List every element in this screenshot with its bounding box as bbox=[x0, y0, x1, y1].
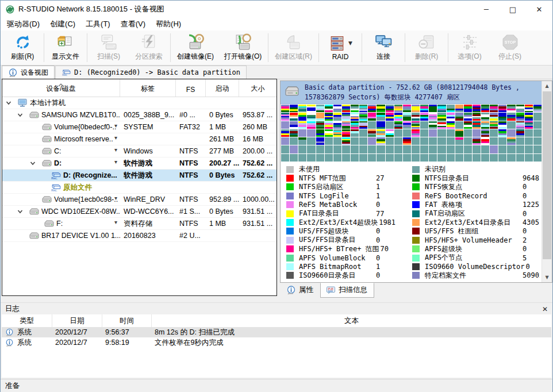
disk-icon bbox=[29, 207, 40, 216]
table-row[interactable]: C:▾WindowsNTFS277 MB200.00 ... bbox=[2, 145, 276, 157]
toolbar-button-stop[interactable]: STOP停止(S) bbox=[490, 30, 530, 65]
scan-block bbox=[481, 113, 489, 120]
log-column-header[interactable]: 文本 bbox=[152, 314, 551, 327]
menu-item[interactable]: 帮助(H) bbox=[151, 18, 186, 30]
legend-item: ISO9660目录条目0 bbox=[286, 271, 410, 280]
toolbar-button-create-region[interactable]: 创建区域(R) bbox=[270, 30, 317, 65]
scan-block bbox=[394, 154, 402, 162]
toolbar-button-raid[interactable]: ▼RAID bbox=[320, 30, 360, 65]
scan-block bbox=[298, 121, 306, 129]
log-row[interactable]: 系统2020/12/79:56:378m 12s 的 D: 扫描已完成 bbox=[2, 327, 551, 337]
toolbar-button-refresh[interactable]: 刷新(R) bbox=[2, 30, 43, 65]
toolbar-button-options[interactable]: 选项(O) bbox=[450, 30, 490, 65]
scan-block bbox=[377, 129, 385, 137]
dropdown-icon[interactable]: ▾ bbox=[114, 219, 117, 225]
legend-swatch bbox=[412, 210, 420, 217]
expander-icon[interactable] bbox=[17, 112, 24, 118]
scan-block bbox=[377, 105, 385, 112]
table-row[interactable]: Volume{1ecb0c98-..▾WinRE_DRVNTFS952.89 .… bbox=[2, 194, 276, 206]
menu-item[interactable]: 查看(V) bbox=[116, 18, 151, 30]
start-cell: 0 Bytes bbox=[206, 206, 239, 217]
scroll-down-icon[interactable]: ▼ bbox=[542, 272, 552, 282]
toolbar-button-partition-search[interactable]: 分区搜索 bbox=[129, 30, 169, 65]
scan-block bbox=[351, 145, 359, 153]
table-row[interactable]: Rec.D: (Recognize...软件游戏NTFS0 Bytes752.6… bbox=[2, 170, 276, 182]
scan-block bbox=[281, 154, 289, 162]
table-row[interactable]: WDC WD10EZEX-08W...WD-WCC6Y6...#1 S...0 … bbox=[2, 206, 276, 218]
scan-block bbox=[281, 145, 289, 153]
dropdown-arrow-icon[interactable]: ▼ bbox=[348, 40, 352, 46]
scrollbar-thumb[interactable] bbox=[543, 91, 551, 259]
toolbar-button-scan[interactable]: 扫描(S) bbox=[89, 30, 129, 65]
expander-icon[interactable] bbox=[17, 208, 24, 215]
scan-block bbox=[298, 137, 306, 145]
expander-icon[interactable] bbox=[5, 99, 12, 106]
log-title-bar: 日志 ✕ bbox=[1, 302, 552, 315]
column-header[interactable]: 设备/磁盘 bbox=[2, 79, 120, 97]
maximize-icon[interactable]: □ bbox=[500, 1, 526, 18]
panel-tab-label: 属性 bbox=[299, 285, 313, 295]
dropdown-icon[interactable]: ▾ bbox=[114, 134, 117, 141]
label-cell: 资料存储 bbox=[120, 218, 176, 229]
column-header[interactable]: FS bbox=[176, 79, 206, 97]
toolbar-button-show-files[interactable]: 显示文件 bbox=[45, 30, 86, 65]
table-row[interactable]: D:▾软件游戏NTFS200.27 ...752.62 ... bbox=[2, 157, 276, 170]
scan-block bbox=[490, 154, 498, 162]
legend-item: APFS个节点5 bbox=[412, 253, 540, 262]
device-cell: Rec.原始文件 bbox=[2, 182, 120, 193]
scrollbar[interactable]: ▲ ▼ bbox=[542, 81, 552, 282]
scan-block bbox=[290, 129, 298, 137]
toolbar-button-create-image[interactable]: 创建镜像(E) bbox=[172, 30, 219, 65]
menu-item[interactable]: 创建(C) bbox=[45, 18, 80, 30]
size-cell: 953.87 ... bbox=[239, 109, 276, 121]
table-row[interactable]: 本地计算机 bbox=[2, 97, 276, 109]
log-column-header[interactable]: 日期 bbox=[52, 314, 102, 327]
panel-tab-properties[interactable]: 属性 bbox=[281, 283, 320, 298]
scan-block bbox=[464, 145, 472, 153]
scan-block bbox=[342, 113, 350, 120]
table-row[interactable]: Rec.原始文件 bbox=[2, 182, 276, 194]
scan-block bbox=[516, 121, 524, 129]
scan-block bbox=[368, 137, 376, 145]
table-row[interactable]: F:▾资料存储NTFS1 MB931.51 ... bbox=[2, 218, 276, 230]
legend-label: 特定档案文件 bbox=[425, 271, 521, 280]
close-icon[interactable]: ✕ bbox=[526, 1, 552, 18]
log-row[interactable]: 系统2020/12/79:58:19文件枚举在9秒内完成 bbox=[2, 337, 551, 348]
scan-block bbox=[473, 121, 481, 129]
scroll-up-icon[interactable]: ▲ bbox=[542, 81, 552, 91]
toolbar-button-connect[interactable]: 连接 bbox=[363, 30, 404, 65]
svg-text:STOP: STOP bbox=[504, 40, 516, 45]
legend-item: Ext2/Ext3/Ext4目录条目4305 bbox=[412, 218, 540, 226]
column-header[interactable]: 大小 bbox=[239, 79, 276, 97]
column-header[interactable]: 启动 bbox=[206, 79, 239, 97]
log-column-header[interactable]: 时间 bbox=[102, 314, 152, 327]
scan-block bbox=[525, 113, 533, 120]
tab-recognized-partition[interactable]: Rec.D: (Recognized0) -> Basic data parti… bbox=[55, 66, 247, 79]
dropdown-icon[interactable]: ▾ bbox=[114, 122, 117, 129]
legend-swatch bbox=[412, 219, 420, 226]
table-row[interactable]: Microsoft reserve..▾261 MB16 MB bbox=[2, 133, 276, 145]
toolbar-button-open-image[interactable]: 打开镜像(O) bbox=[219, 30, 267, 65]
table-row[interactable]: Volume{0bedecf0-..▾SYSTEMFAT321 MB260 MB bbox=[2, 121, 276, 133]
table-row[interactable]: SAMSUNG MZVLB1T0...0025_388B_9...#0 ...0… bbox=[2, 109, 276, 121]
legend-label: FAT目录条目 bbox=[299, 209, 375, 218]
dropdown-icon[interactable]: ▾ bbox=[114, 147, 117, 153]
toolbar-button-delete[interactable]: 删除(R) bbox=[406, 30, 447, 65]
tab-device-view[interactable]: 设备视图 bbox=[2, 66, 55, 79]
minimize-icon[interactable]: ─ bbox=[473, 1, 500, 18]
scan-block bbox=[386, 105, 394, 112]
legend-swatch bbox=[286, 237, 294, 244]
column-header[interactable]: 标签 bbox=[120, 79, 176, 97]
expander-icon[interactable] bbox=[29, 160, 36, 167]
log-column-header[interactable]: 类型 bbox=[2, 314, 52, 327]
scan-block bbox=[368, 121, 376, 129]
show-files-icon bbox=[57, 33, 75, 51]
menu-item[interactable]: 工具(T) bbox=[80, 18, 116, 30]
table-row[interactable]: BR17 DEVICE V1.00 1....20160823#2 U... bbox=[2, 230, 276, 242]
log-close-icon[interactable]: ✕ bbox=[542, 305, 548, 313]
menu-item[interactable]: 驱动器(D) bbox=[2, 18, 45, 30]
dropdown-icon[interactable]: ▾ bbox=[114, 195, 117, 201]
dropdown-icon[interactable]: ▾ bbox=[114, 159, 117, 165]
panel-tab-scan-info[interactable]: 扫描信息 bbox=[320, 283, 374, 298]
label-cell bbox=[120, 97, 176, 109]
